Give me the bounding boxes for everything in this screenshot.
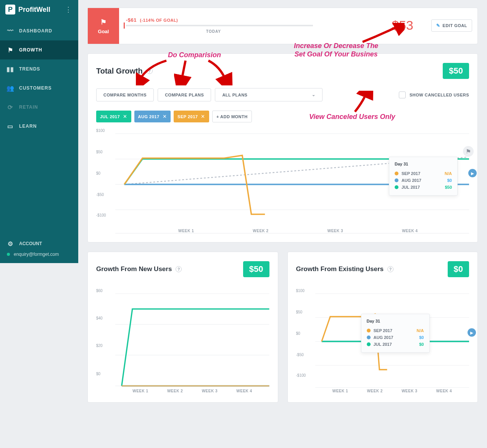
legend-dot-icon: [395, 172, 398, 175]
kebab-icon[interactable]: ⋮: [64, 5, 73, 14]
nav: 〰 DASHBOARD ⚑ GROWTH ▮▮ TRENDS 👥 CUSTOME…: [0, 21, 78, 136]
legend-dot-icon: [367, 336, 371, 339]
sidebar-item-retain[interactable]: ⟳ RETAIN: [0, 98, 78, 117]
x-tick: WEEK 1: [332, 389, 348, 393]
status-dot-icon: [7, 253, 10, 256]
chart-tooltip: Day 31 SEP 2017 N/A AUG 2017 $0 JUL 2017…: [389, 157, 458, 196]
y-tick: $50: [96, 150, 103, 154]
goal-amount: $53: [392, 18, 413, 33]
book-icon: ▭: [7, 123, 14, 130]
compare-months-button[interactable]: COMPARE MONTHS: [96, 88, 154, 101]
arrow-marker-icon[interactable]: ▸: [468, 328, 476, 337]
flag-icon: ⚑: [7, 47, 14, 53]
close-icon[interactable]: ✕: [201, 114, 205, 119]
goal-progress-track: [126, 25, 313, 26]
growth-new-value: $50: [243, 261, 269, 277]
help-icon[interactable]: ?: [147, 68, 153, 74]
sidebar-item-growth[interactable]: ⚑ GROWTH: [0, 40, 78, 59]
y-tick: -$50: [296, 353, 304, 357]
goal-bar: ⚑ Goal -$61 (-114% OF GOAL) TODAY $53 ✎ …: [87, 8, 478, 44]
sidebar-item-dashboard[interactable]: 〰 DASHBOARD: [0, 21, 78, 40]
chip-label: JUL 2017: [100, 114, 120, 119]
show-cancelled-label: SHOW CANCELLED USERS: [410, 93, 469, 97]
account-email: enquiry@formget.com: [14, 252, 59, 257]
close-icon[interactable]: ✕: [163, 114, 167, 119]
pencil-icon: ✎: [436, 23, 440, 28]
tooltip-name: SEP 2017: [402, 171, 442, 176]
account-label: ACCOUNT: [19, 241, 42, 246]
add-month-button[interactable]: + ADD MONTH: [212, 111, 252, 122]
tooltip-name: SEP 2017: [374, 328, 414, 333]
sidebar-item-customers[interactable]: 👥 CUSTOMERS: [0, 79, 78, 98]
sidebar-item-label: GROWTH: [19, 47, 42, 53]
total-growth-title: Total Growth: [96, 67, 143, 75]
y-tick: $100: [96, 128, 105, 133]
chart-tooltip: Day 31 SEP 2017 N/A AUG 2017 $0 JUL 2017: [361, 314, 430, 353]
goal-tab[interactable]: ⚑ Goal: [88, 8, 119, 44]
sidebar-item-trends[interactable]: ▮▮ TRENDS: [0, 59, 78, 79]
gear-icon: ⚙: [7, 240, 14, 247]
growth-new-title: Growth From New Users: [96, 265, 172, 273]
refresh-icon: ⟳: [7, 104, 14, 111]
tooltip-value: N/A: [417, 328, 424, 333]
tooltip-name: JUL 2017: [374, 342, 416, 347]
app-logo[interactable]: P ProfitWell: [5, 5, 50, 14]
all-plans-label: ALL PLANS: [222, 93, 247, 97]
month-chip-sep[interactable]: SEP 2017 ✕: [174, 111, 209, 122]
x-tick: WEEK 4: [436, 389, 452, 393]
y-tick: $60: [96, 289, 103, 293]
account-email-row[interactable]: enquiry@formget.com: [0, 251, 78, 258]
total-growth-card: Total Growth ? $50 COMPARE MONTHS COMPAR…: [87, 53, 478, 242]
help-icon[interactable]: ?: [387, 266, 393, 272]
tooltip-title: Day 31: [395, 162, 452, 166]
growth-new-chart[interactable]: $60 $40 $20 $0 WEEK 1 WEEK 2 WEEK 3 WEEK…: [96, 286, 269, 393]
month-chip-aug[interactable]: AUG 2017 ✕: [134, 111, 171, 122]
goal-today-label: TODAY: [206, 29, 471, 34]
sidebar-item-learn[interactable]: ▭ LEARN: [0, 117, 78, 136]
y-tick: $100: [296, 289, 305, 293]
close-icon[interactable]: ✕: [123, 114, 127, 119]
legend-dot-icon: [395, 178, 398, 182]
chip-label: AUG 2017: [138, 114, 160, 119]
legend-dot-icon: [367, 329, 371, 332]
sidebar-item-account[interactable]: ⚙ ACCOUNT: [0, 236, 78, 251]
y-tick: -$50: [96, 193, 104, 197]
sidebar-item-label: LEARN: [19, 124, 37, 129]
tooltip-title: Day 31: [367, 319, 424, 323]
all-plans-select[interactable]: ALL PLANS ⌄: [215, 88, 323, 101]
chip-label: SEP 2017: [177, 114, 198, 119]
help-icon[interactable]: ?: [176, 266, 182, 272]
tooltip-value: $0: [419, 335, 424, 340]
y-tick: -$100: [96, 213, 106, 217]
arrow-marker-icon[interactable]: ▸: [468, 169, 477, 177]
chart-svg: [115, 290, 269, 393]
logo-mark: P: [5, 5, 15, 14]
total-growth-value: $50: [443, 63, 469, 79]
x-tick: WEEK 2: [253, 229, 268, 233]
x-tick: WEEK 3: [327, 229, 343, 233]
x-tick: WEEK 2: [167, 389, 183, 393]
legend-dot-icon: [395, 185, 398, 189]
total-growth-chart[interactable]: $100 $50 $0 -$50 -$100 ⚑: [96, 126, 469, 233]
show-cancelled-checkbox[interactable]: [399, 92, 406, 98]
growth-existing-users-card: Growth From Existing Users ? $0 $100 $50…: [287, 252, 478, 403]
sidebar-item-label: RETAIN: [19, 104, 38, 110]
flag-marker-icon[interactable]: ⚑: [463, 146, 474, 157]
pulse-icon: 〰: [7, 27, 14, 34]
tooltip-name: JUL 2017: [402, 185, 442, 189]
x-tick: WEEK 4: [402, 229, 418, 233]
growth-new-users-card: Growth From New Users ? $50 $60 $40 $20 …: [87, 252, 278, 403]
tooltip-value: $0: [447, 178, 452, 183]
x-tick: WEEK 1: [178, 229, 194, 233]
month-chip-jul[interactable]: JUL 2017 ✕: [96, 111, 131, 122]
edit-goal-label: EDIT GOAL: [443, 23, 467, 28]
flag-icon: ⚑: [100, 18, 106, 26]
y-tick: $40: [96, 316, 103, 320]
x-tick: WEEK 3: [202, 389, 218, 393]
compare-plans-button[interactable]: COMPARE PLANS: [158, 88, 211, 101]
bar-chart-icon: ▮▮: [7, 66, 14, 72]
edit-goal-button[interactable]: ✎ EDIT GOAL: [431, 19, 472, 32]
y-tick: -$100: [296, 373, 306, 377]
y-tick: $0: [96, 171, 100, 175]
growth-existing-chart[interactable]: $100 $50 $0 -$50 -$100 ▸ Day 31: [296, 286, 469, 393]
